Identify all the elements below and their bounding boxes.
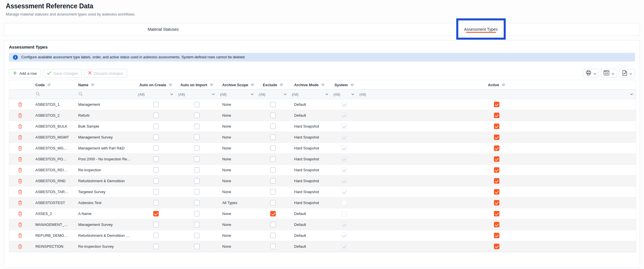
active-column-header[interactable]: Active <box>488 83 499 87</box>
archive_scope-cell[interactable]: None <box>222 157 231 161</box>
auto_create-checkbox[interactable] <box>153 113 159 118</box>
auto_import-checkbox[interactable] <box>194 102 200 107</box>
exclude-checkbox[interactable] <box>270 189 276 195</box>
active-checkbox[interactable] <box>494 211 499 216</box>
active-checkbox[interactable] <box>494 233 499 238</box>
code-cell[interactable]: REFURB_DEMOLITION <box>35 233 69 238</box>
active-checkbox[interactable] <box>494 167 499 173</box>
active-checkbox[interactable] <box>494 124 499 129</box>
code-cell[interactable]: REINSPECTION <box>35 244 64 249</box>
archive_mode-cell[interactable]: Hard Snapshot <box>294 168 319 172</box>
active-checkbox[interactable] <box>494 113 499 118</box>
auto_import-checkbox[interactable] <box>194 178 200 184</box>
name-cell[interactable]: Asbestos Test <box>78 201 101 205</box>
delete-row-button[interactable] <box>18 222 22 227</box>
delete-row-button[interactable] <box>18 189 22 195</box>
chevron-down-icon[interactable] <box>630 93 633 95</box>
system-filter-select[interactable]: (All) <box>331 92 357 97</box>
header-filter-icon[interactable] <box>91 84 94 86</box>
code-cell[interactable]: ASBESTOS_RND <box>35 179 66 183</box>
auto_create-checkbox[interactable] <box>153 102 159 107</box>
chevron-down-icon[interactable] <box>351 93 354 95</box>
save-changes-button[interactable]: Save changes <box>43 69 82 78</box>
delete-row-button[interactable] <box>18 168 22 173</box>
archive_scope-cell[interactable]: None <box>222 190 231 194</box>
auto_import-checkbox[interactable] <box>194 189 200 195</box>
name-cell[interactable]: Re-inspection <box>78 168 101 172</box>
archive_scope-column-header[interactable]: Archive Scope <box>222 83 248 87</box>
name-cell[interactable]: Bulk Sample <box>78 124 99 128</box>
chevron-down-icon[interactable] <box>212 93 215 95</box>
delete-row-button[interactable] <box>18 200 22 205</box>
active-filter-select[interactable]: (All) <box>357 92 636 97</box>
header-filter-icon[interactable] <box>47 84 51 86</box>
header-filter-icon[interactable] <box>169 84 172 86</box>
name-cell[interactable]: Targeted Survey <box>78 190 106 194</box>
archive_scope-cell[interactable]: None <box>222 179 231 183</box>
name-cell[interactable]: Refurbishment & Demolition <box>78 179 125 183</box>
auto_create-checkbox[interactable] <box>153 222 159 227</box>
code-cell[interactable]: ASBESTOSTEST <box>35 201 65 205</box>
archive_scope-cell[interactable]: All Types <box>222 201 237 205</box>
delete-row-button[interactable] <box>18 124 22 129</box>
auto_import-checkbox[interactable] <box>194 167 200 173</box>
auto_create-filter-select[interactable]: (All) <box>136 92 176 97</box>
auto_import-checkbox[interactable] <box>194 145 200 151</box>
archive_scope-cell[interactable]: None <box>222 113 231 118</box>
tab-material-statuses[interactable]: Material Statuses <box>4 23 322 35</box>
system-column-header[interactable]: System <box>334 83 348 87</box>
auto_create-checkbox[interactable] <box>153 200 159 205</box>
active-checkbox[interactable] <box>494 200 499 205</box>
auto_import-checkbox[interactable] <box>194 113 200 118</box>
chevron-down-icon[interactable] <box>251 93 254 95</box>
auto_import-checkbox[interactable] <box>194 124 200 129</box>
archive_mode-cell[interactable]: Hard Snapshot <box>294 190 319 194</box>
delete-row-button[interactable] <box>18 244 22 249</box>
archive_mode-filter-select[interactable]: (All) <box>290 92 331 97</box>
name-cell[interactable]: Re-inspection Survey <box>78 244 114 249</box>
export-image-dropdown-button[interactable] <box>619 69 635 78</box>
header-filter-icon[interactable] <box>210 84 213 86</box>
print-dropdown-button[interactable] <box>583 69 599 78</box>
auto_create-checkbox[interactable] <box>153 233 159 238</box>
archive_mode-cell[interactable]: Default <box>294 113 306 118</box>
delete-row-button[interactable] <box>18 233 22 238</box>
exclude-checkbox[interactable] <box>270 145 276 151</box>
header-filter-icon[interactable] <box>502 84 505 86</box>
exclude-checkbox[interactable] <box>270 244 276 249</box>
name-cell[interactable]: Refurbishment & Demolition Su... <box>78 233 131 238</box>
tab-assessment-types[interactable]: Assessment Types <box>322 23 640 35</box>
auto_import-checkbox[interactable] <box>194 156 200 162</box>
code-cell[interactable]: ASBESTOS_MGMT_RND <box>35 146 69 150</box>
archive_mode-cell[interactable]: Default <box>294 212 306 216</box>
archive_mode-cell[interactable]: Hard Snapshot <box>294 135 319 139</box>
chevron-down-icon[interactable] <box>284 93 287 95</box>
header-filter-icon[interactable] <box>350 84 354 86</box>
exclude-checkbox[interactable] <box>270 200 276 205</box>
code-cell[interactable]: MANAGEMENT_SURV... <box>35 222 69 227</box>
archive_mode-cell[interactable]: Default <box>294 222 306 227</box>
archive_scope-filter-select[interactable]: (All) <box>218 92 256 97</box>
embed-code-dropdown-button[interactable] <box>601 69 617 78</box>
code-cell[interactable]: ASBESTOS_BULK <box>35 124 67 128</box>
exclude-checkbox[interactable] <box>270 233 276 238</box>
delete-row-button[interactable] <box>18 178 22 184</box>
delete-row-button[interactable] <box>18 135 22 140</box>
auto_import-filter-select[interactable]: (All) <box>176 92 218 97</box>
auto_create-checkbox[interactable] <box>153 134 159 140</box>
active-checkbox[interactable] <box>494 244 499 249</box>
name-cell[interactable]: Management Survey <box>78 222 113 227</box>
exclude-filter-select[interactable]: (All) <box>256 92 290 97</box>
chevron-down-icon[interactable] <box>170 93 173 95</box>
exclude-checkbox[interactable] <box>270 211 276 216</box>
exclude-checkbox[interactable] <box>270 156 276 162</box>
active-checkbox[interactable] <box>494 189 499 195</box>
archive_mode-cell[interactable]: Hard Snapshot <box>294 157 319 161</box>
name-cell[interactable]: Post 2000 - No Inspection Requ... <box>78 157 131 161</box>
auto_create-checkbox[interactable] <box>153 124 159 129</box>
name-cell[interactable]: Management <box>78 102 100 107</box>
chevron-down-icon[interactable] <box>325 93 328 95</box>
auto_import-checkbox[interactable] <box>194 134 200 140</box>
name-column-header[interactable]: Name <box>78 83 88 87</box>
delete-row-button[interactable] <box>18 146 22 151</box>
